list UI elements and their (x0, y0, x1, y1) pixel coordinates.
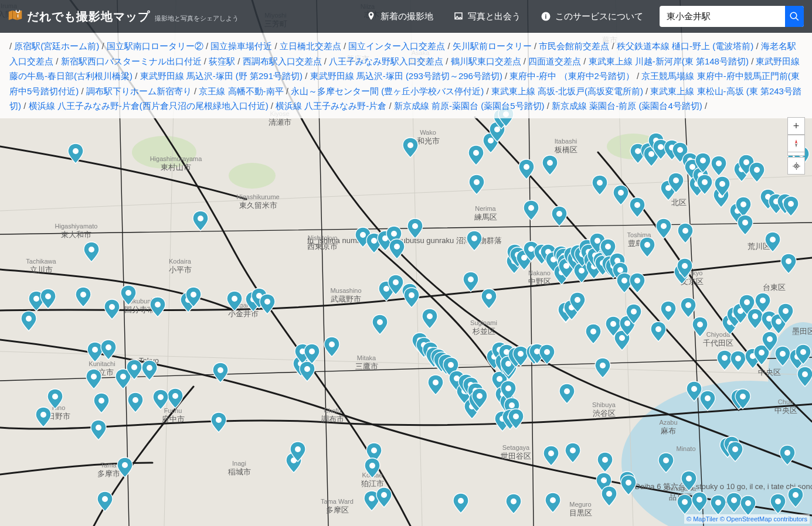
map-label-jp: 多摩区 (326, 505, 349, 514)
svg-point-185 (677, 147, 683, 153)
svg-point-184 (673, 177, 679, 183)
search-button[interactable] (785, 6, 804, 27)
spot-link[interactable]: 八王子みなみ野駅入口交差点 (329, 56, 443, 66)
nav-meet-photos-label: 写真と出会う (468, 11, 521, 22)
link-separator: / (634, 71, 642, 81)
svg-point-14 (91, 374, 97, 380)
svg-point-51 (377, 319, 383, 325)
svg-point-61 (409, 292, 415, 298)
svg-point-23 (120, 374, 126, 380)
spot-link[interactable]: 矢川駅前ロータリー (453, 41, 532, 51)
spot-link[interactable]: 東府中-府中 （東府中2号踏切） (509, 71, 634, 81)
svg-point-163 (618, 190, 624, 196)
svg-point-201 (705, 395, 711, 401)
attribution-osm[interactable]: © OpenStreetMap contributors (720, 515, 807, 522)
svg-point-32 (198, 216, 203, 221)
svg-point-197 (697, 322, 703, 327)
link-separator: / (341, 41, 349, 51)
svg-point-8 (40, 412, 46, 418)
svg-point-133 (564, 388, 570, 394)
svg-point-15 (92, 347, 98, 353)
spot-link[interactable]: 市民会館前交差点 (539, 41, 609, 51)
svg-point-38 (264, 299, 270, 305)
svg-point-125 (556, 211, 562, 217)
svg-point-7 (33, 296, 39, 302)
spot-link[interactable]: 四面道交差点 (528, 56, 581, 66)
compass-button[interactable] (787, 135, 805, 152)
spot-link[interactable]: 西調布駅入口交差点 (243, 56, 322, 66)
spot-link[interactable]: 秩父鉄道本線 樋口-野上 (電波塔前) (617, 41, 753, 51)
svg-point-19 (106, 344, 111, 350)
svg-point-89 (494, 127, 500, 132)
svg-point-46 (360, 232, 366, 238)
svg-point-49 (369, 496, 375, 501)
link-separator: / (545, 101, 552, 111)
spot-link[interactable]: 立日橋北交差点 (280, 41, 341, 51)
map-label-jp: 多摩市 (97, 469, 120, 478)
map-label-en: Minato (676, 445, 695, 452)
spot-link[interactable]: 永山～多摩センター間 (豊ヶ丘小学校バス停付近) (291, 86, 484, 96)
svg-point-153 (601, 477, 607, 483)
spot-link[interactable]: 新京成線 前原-薬園台 (薬園台5号踏切) (394, 101, 545, 111)
svg-point-160 (610, 321, 616, 327)
link-separator: / (202, 56, 209, 66)
map-label-en: Tama Ward (321, 498, 354, 505)
svg-point-31 (191, 292, 196, 298)
link-separator: / (192, 86, 199, 96)
svg-point-87 (488, 138, 494, 144)
svg-point-120 (547, 160, 553, 166)
link-separator: / (581, 56, 589, 66)
map-label-en: Meguro (569, 501, 591, 508)
svg-marker-248 (795, 139, 797, 144)
svg-point-114 (528, 246, 534, 252)
brand[interactable]: だれでも撮影地マップ 撮影地と写真をシェアしよう (8, 9, 239, 25)
svg-point-189 (682, 499, 688, 505)
svg-point-54 (383, 286, 389, 292)
spot-link[interactable]: 新宿駅西口バスターミナル出口付近 (61, 56, 202, 66)
spot-link[interactable]: 調布駅下りホーム新宿寄り (86, 86, 192, 96)
spot-link[interactable]: 鶴川駅東口交差点 (451, 56, 521, 66)
map-label-jp: 台東区 (763, 283, 786, 292)
search-input[interactable] (660, 12, 785, 22)
svg-point-238 (783, 308, 789, 314)
attribution-maptiler[interactable]: © MapTiler (687, 515, 718, 522)
map-label-jp: 千代田区 (703, 339, 733, 347)
locate-button[interactable] (787, 157, 805, 175)
map-label-en: Higashimurayama (150, 155, 203, 162)
spot-link[interactable]: 新京成線 薬園台-前原 (薬園台4号踏切) (552, 101, 702, 111)
spot-link[interactable]: 横浜線 八王子みなみ野-片倉(西片倉只沼の尾根緑地入口付近) (29, 101, 269, 111)
svg-point-64 (427, 313, 433, 319)
nav-about-label: このサービスについて (555, 11, 643, 22)
link-separator: / (521, 56, 529, 66)
spot-link[interactable]: 原宿駅(宮廷ホーム前) (14, 41, 99, 51)
spot-link[interactable]: 横浜線 八王子みなみ野-片倉 (276, 101, 386, 111)
spot-link[interactable]: 京王線 高幡不動-南平 (199, 86, 283, 96)
map-label-jp: 目黒区 (569, 508, 592, 517)
map-label-en: Kunitachi (89, 360, 115, 367)
map-label-jp: 和光市 (417, 136, 440, 145)
spot-link[interactable]: 国立駅南口ロータリー② (107, 41, 203, 51)
svg-point-202 (716, 160, 722, 166)
svg-point-162 (617, 267, 623, 273)
spot-link[interactable]: 国立インター入口交差点 (348, 41, 445, 51)
zoom-in-button[interactable]: + (787, 117, 805, 135)
spot-link[interactable]: 東武野田線 馬込沢-塚田 (293号踏切～296号踏切) (310, 71, 502, 81)
nav-new-spots[interactable]: 新着の撮影地 (366, 11, 433, 22)
nav-about[interactable]: i このサービスについて (541, 11, 643, 22)
map-label-jp: 中央区 (774, 406, 797, 415)
svg-point-16 (96, 425, 101, 431)
link-separator: / (749, 56, 756, 66)
svg-point-168 (626, 480, 631, 486)
svg-point-84 (477, 393, 483, 399)
map-label-en: Tama (101, 462, 117, 469)
svg-point-240 (786, 258, 791, 264)
spot-link[interactable]: 荻窪駅 (209, 56, 235, 66)
spot-link[interactable]: 東武東上線 高坂-北坂戸(高坂変電所前) (491, 86, 643, 96)
svg-point-241 (788, 201, 794, 207)
map-label-jp: 北区 (671, 198, 687, 207)
spot-link[interactable]: 国立操車場付近 (210, 41, 272, 51)
spot-link[interactable]: 東武野田線 馬込沢-塚田 (野 第291号踏切) (140, 71, 303, 81)
map-label-en: Suginami (470, 319, 497, 326)
nav-meet-photos[interactable]: 写真と出会う (453, 11, 521, 22)
spot-link[interactable]: 東武東上線 川越-新河岸(東 第148号踏切) (589, 56, 749, 66)
